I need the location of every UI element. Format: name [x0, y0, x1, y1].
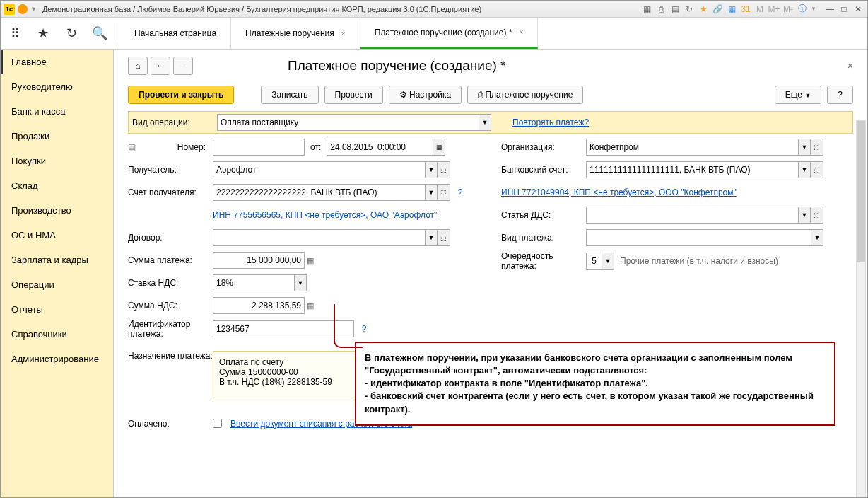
- post-close-button[interactable]: Провести и закрыть: [128, 86, 234, 104]
- help-icon[interactable]: ?: [454, 187, 466, 197]
- maximize-button[interactable]: □: [838, 4, 850, 15]
- close-icon[interactable]: ×: [341, 30, 346, 37]
- sidebar-item-main[interactable]: Главное: [1, 50, 113, 74]
- dropdown-icon[interactable]: ▼: [798, 161, 811, 178]
- dropdown-icon[interactable]: ▼: [479, 114, 491, 131]
- m-icon[interactable]: M: [754, 4, 766, 15]
- bank-acc-input[interactable]: [586, 161, 798, 178]
- mplus-icon[interactable]: M+: [768, 4, 780, 15]
- sum-input[interactable]: [213, 252, 305, 269]
- open-icon[interactable]: ⬚: [438, 229, 450, 246]
- date-input[interactable]: [327, 139, 433, 156]
- close-icon[interactable]: ×: [520, 28, 524, 36]
- gear-icon: ⚙: [399, 90, 407, 100]
- calc-icon[interactable]: ▦: [726, 4, 737, 15]
- save-icon[interactable]: ▦: [641, 4, 652, 15]
- sidebar-item-admin[interactable]: Администрирование: [1, 347, 113, 371]
- sidebar-item-warehouse[interactable]: Склад: [1, 173, 113, 198]
- inn-link[interactable]: ИНН 7755656565, КПП <не требуется>, ОАО …: [213, 210, 437, 220]
- org-input[interactable]: [586, 139, 798, 156]
- print-button[interactable]: ⎙ Платежное поручение: [467, 86, 583, 104]
- open-icon[interactable]: ⬚: [811, 161, 823, 178]
- link-icon[interactable]: 🔗: [712, 4, 723, 15]
- calendar-icon[interactable]: 31: [740, 4, 751, 15]
- op-type-input[interactable]: [217, 114, 479, 131]
- sidebar-item-bank[interactable]: Банк и касса: [1, 99, 113, 124]
- dropdown-icon[interactable]: ▼: [425, 229, 438, 246]
- apps-icon[interactable]: ⠿: [2, 21, 28, 46]
- calendar-icon[interactable]: ▦: [433, 139, 445, 156]
- save-button[interactable]: Записать: [261, 86, 318, 104]
- sidebar-item-production[interactable]: Производство: [1, 198, 113, 223]
- forward-button[interactable]: →: [173, 57, 193, 75]
- vat-sum-input[interactable]: [213, 297, 305, 314]
- help-button[interactable]: ?: [827, 86, 853, 104]
- favorites-icon[interactable]: ★: [30, 21, 56, 46]
- dropdown-icon[interactable]: ▼: [798, 207, 811, 224]
- dropdown-icon[interactable]: ▼: [294, 274, 307, 291]
- sidebar-item-catalogs[interactable]: Справочники: [1, 322, 113, 347]
- recipient-input[interactable]: [213, 161, 425, 178]
- inn-link-org[interactable]: ИНН 7721049904, КПП <не требуется>, ООО …: [501, 187, 737, 197]
- post-button[interactable]: Провести: [324, 86, 383, 104]
- open-icon[interactable]: ⬚: [438, 161, 450, 178]
- sidebar-item-operations[interactable]: Операции: [1, 272, 113, 297]
- history-icon[interactable]: ↻: [59, 21, 84, 46]
- paid-checkbox[interactable]: [213, 419, 222, 428]
- open-icon[interactable]: ⬚: [438, 184, 450, 201]
- priority-label: Очередность платежа:: [501, 251, 586, 272]
- tab-payments[interactable]: Платежные поручения×: [231, 18, 360, 49]
- sidebar-item-reports[interactable]: Отчеты: [1, 297, 113, 322]
- back-button[interactable]: ←: [151, 57, 170, 75]
- calculator-icon[interactable]: ▦: [305, 301, 316, 311]
- recip-acc-input[interactable]: [213, 184, 425, 201]
- page-close-button[interactable]: ×: [848, 60, 853, 71]
- dds-label: Статья ДДС:: [501, 210, 586, 220]
- minimize-button[interactable]: —: [823, 4, 836, 15]
- number-input[interactable]: [213, 139, 305, 156]
- app-menu-icon[interactable]: [18, 4, 28, 14]
- doc-icon[interactable]: ▤: [669, 4, 681, 15]
- pay-type-input[interactable]: [586, 229, 811, 246]
- dropdown-icon[interactable]: ▼: [602, 253, 614, 270]
- dropdown-icon[interactable]: ▼: [425, 184, 438, 201]
- refresh-icon[interactable]: ↻: [684, 4, 695, 15]
- sidebar-item-sales[interactable]: Продажи: [1, 124, 113, 149]
- dropdown-icon[interactable]: ▼: [811, 229, 823, 246]
- vat-rate-label: Ставка НДС:: [128, 278, 213, 288]
- dropdown-icon[interactable]: ▼: [425, 161, 438, 178]
- more-button[interactable]: Еще ▼: [775, 86, 822, 104]
- bank-acc-label: Банковский счет:: [501, 165, 586, 175]
- open-icon[interactable]: ⬚: [811, 207, 823, 224]
- contract-input[interactable]: [213, 229, 425, 246]
- info-icon[interactable]: ⓘ: [797, 4, 808, 15]
- calculator-icon[interactable]: ▦: [305, 256, 316, 265]
- print-icon[interactable]: ⎙: [655, 4, 667, 15]
- dropdown-icon[interactable]: ▼: [798, 139, 811, 156]
- dds-input[interactable]: [586, 207, 798, 224]
- close-button[interactable]: ✕: [852, 4, 864, 15]
- id-input[interactable]: [213, 320, 354, 337]
- sidebar-item-purchases[interactable]: Покупки: [1, 149, 113, 173]
- mminus-icon[interactable]: M-: [782, 4, 794, 15]
- scrollbar[interactable]: [856, 120, 866, 497]
- list-icon[interactable]: ▤: [128, 142, 141, 152]
- dropdown-icon[interactable]: ▼: [30, 6, 37, 13]
- sidebar-item-manager[interactable]: Руководителю: [1, 74, 113, 99]
- main-toolbar: ⠿ ★ ↻ 🔍 Начальная страница Платежные пор…: [1, 18, 867, 50]
- search-icon[interactable]: 🔍: [87, 21, 112, 46]
- page-title: Платежное поручение (создание) *: [288, 58, 848, 74]
- vat-rate-input[interactable]: [213, 274, 294, 291]
- open-icon[interactable]: ⬚: [811, 139, 823, 156]
- sidebar-item-salary[interactable]: Зарплата и кадры: [1, 248, 113, 272]
- priority-input[interactable]: [586, 253, 602, 270]
- tab-payment-create[interactable]: Платежное поручение (создание) *×: [360, 18, 539, 49]
- home-button[interactable]: ⌂: [128, 57, 148, 75]
- callout-tooltip: В платежном поручении, при указании банк…: [355, 342, 835, 426]
- repeat-payment-link[interactable]: Повторять платеж?: [512, 117, 589, 127]
- star-icon[interactable]: ★: [698, 4, 709, 15]
- settings-button[interactable]: ⚙ Настройка: [389, 86, 462, 104]
- number-label: Номер:: [141, 142, 213, 152]
- tab-home[interactable]: Начальная страница: [120, 18, 231, 49]
- sidebar-item-assets[interactable]: ОС и НМА: [1, 223, 113, 248]
